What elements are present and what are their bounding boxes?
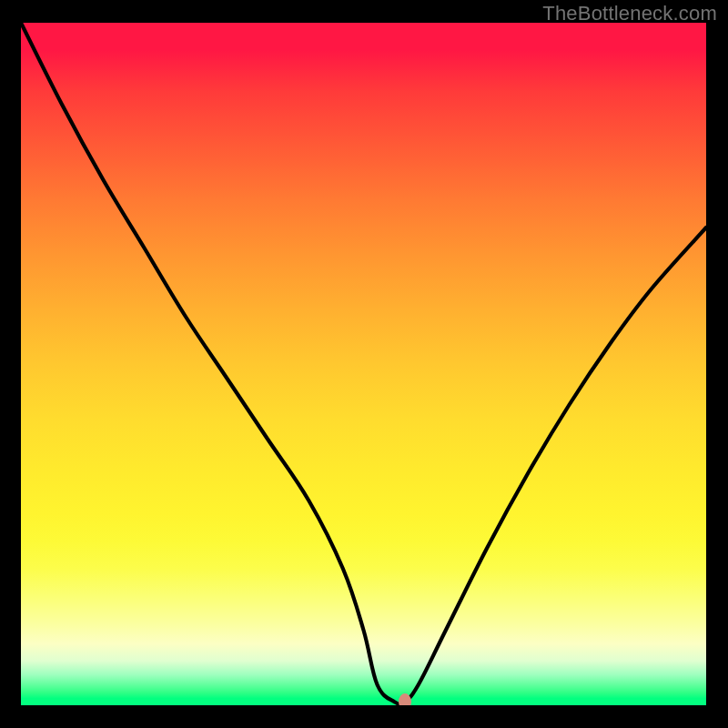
bottleneck-curve <box>21 23 706 705</box>
chart-container: TheBottleneck.com <box>0 0 728 728</box>
plot-area <box>21 23 706 705</box>
watermark-text: TheBottleneck.com <box>542 2 717 25</box>
bottleneck-marker <box>399 693 411 705</box>
